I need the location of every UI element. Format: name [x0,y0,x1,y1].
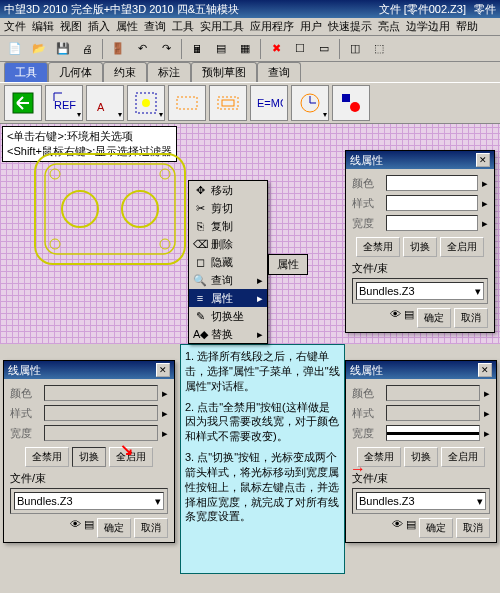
save-icon[interactable]: 💾 [52,38,74,60]
ref-icon[interactable]: REF▾ [45,85,83,121]
menu-tools[interactable]: 工具 [172,19,194,34]
ctx-toggle[interactable]: ✎切换坐 [189,307,267,325]
cancel-button[interactable]: 取消 [454,308,488,328]
close-icon[interactable]: ✕ [156,363,170,377]
delete-icon: ⌫ [193,238,207,251]
mode-title: 零件 [474,2,496,17]
ok-button[interactable]: 确定 [419,518,453,538]
tab-constraint[interactable]: 约束 [103,62,147,82]
toggle-button[interactable]: 切换 [403,237,437,257]
exit-icon[interactable]: 🚪 [107,38,129,60]
color-field[interactable] [386,175,478,191]
clock-icon[interactable]: ▾ [291,85,329,121]
rect2-icon[interactable] [209,85,247,121]
color-icon[interactable] [332,85,370,121]
style-field[interactable] [386,195,478,211]
menu-query[interactable]: 查询 [144,19,166,34]
tab-tools[interactable]: 工具 [4,62,48,82]
undo-icon[interactable]: ↶ [131,38,153,60]
ctx-cut[interactable]: ✂剪切 [189,199,267,217]
list-icon[interactable]: ▤ [84,518,94,538]
grid-icon[interactable]: ▦ [234,38,256,60]
arrow-annotation: → [350,460,366,478]
ctx-hide[interactable]: ◻隐藏 [189,253,267,271]
line-props-panel-2: 线属性✕ 颜色▸ 样式▸ 宽度▸ 全禁用 切换 全启用 文件/束 Bundles… [3,360,175,543]
menu-file[interactable]: 文件 [4,19,26,34]
menu-insert[interactable]: 插入 [88,19,110,34]
cancel-button[interactable]: 取消 [456,518,490,538]
ctx-query[interactable]: 🔍查询▸ [189,271,267,289]
close-icon[interactable]: ✕ [476,153,490,167]
tab-dim[interactable]: 标注 [147,62,191,82]
tab-sketch[interactable]: 预制草图 [191,62,257,82]
formula-icon[interactable]: E=MC² [250,85,288,121]
title-bar: 中望3D 2010 完全版+中望3D 2010 四&五轴模块 文件 [零件002… [0,0,500,18]
layers-icon[interactable]: ▤ [210,38,232,60]
menu-app[interactable]: 应用程序 [250,19,294,34]
menu-user[interactable]: 用户 [300,19,322,34]
eye-icon[interactable]: 👁 [392,518,403,538]
tab-geom[interactable]: 几何体 [48,62,103,82]
svg-rect-5 [177,97,197,109]
bundle-select[interactable]: Bundles.Z3▾ [14,492,164,510]
eye-icon[interactable]: 👁 [70,518,81,538]
menu-util[interactable]: 实用工具 [200,19,244,34]
exit-sketch-icon[interactable] [4,85,42,121]
toggle-button[interactable]: 切换 [404,447,438,467]
menu-props[interactable]: 属性 [116,19,138,34]
ctx-del[interactable]: ⌫删除 [189,235,267,253]
new-icon[interactable]: 📄 [4,38,26,60]
cancel-button[interactable]: 取消 [134,518,168,538]
text-icon[interactable]: A▾ [86,85,124,121]
list-icon[interactable]: ▤ [406,518,416,538]
svg-rect-10 [342,94,350,102]
disable-all-button[interactable]: 全禁用 [356,237,400,257]
submenu-props[interactable]: 属性 [268,254,308,275]
disable-all-button[interactable]: 全禁用 [25,447,69,467]
menu-view[interactable]: 视图 [60,19,82,34]
query-icon: 🔍 [193,274,207,287]
view1-icon[interactable]: ◫ [344,38,366,60]
ok-button[interactable]: 确定 [417,308,451,328]
panel-title: 线属性 [350,153,383,168]
bundle-select[interactable]: Bundles.Z3▾ [356,282,484,300]
cut-icon: ✂ [193,202,207,215]
toggle-button[interactable]: 切换 [72,447,106,467]
context-menu: ✥移动 ✂剪切 ⎘复制 ⌫删除 ◻隐藏 🔍查询▸ ≡属性▸ ✎切换坐 A◆替换▸ [188,180,268,344]
menu-tip[interactable]: 快速提示 [328,19,372,34]
menu-hl[interactable]: 亮点 [378,19,400,34]
enable-all-button[interactable]: 全启用 [441,447,485,467]
ctx-replace[interactable]: A◆替换▸ [189,325,267,343]
bundle-select[interactable]: Bundles.Z3▾ [356,492,486,510]
open-icon[interactable]: 📂 [28,38,50,60]
app-title: 中望3D 2010 完全版+中望3D 2010 四&五轴模块 [4,2,239,17]
svg-point-4 [142,99,150,107]
list-icon[interactable]: ▤ [404,308,414,328]
enable-all-button[interactable]: 全启用 [440,237,484,257]
menu-edit[interactable]: 编辑 [32,19,54,34]
box-icon[interactable]: ☐ [289,38,311,60]
menu-bar: 文件 编辑 视图 插入 属性 查询 工具 实用工具 应用程序 用户 快速提示 亮… [0,18,500,36]
move-icon: ✥ [193,184,207,197]
ctx-props[interactable]: ≡属性▸ [189,289,267,307]
menu-learn[interactable]: 边学边用 [406,19,450,34]
redo-icon[interactable]: ↷ [155,38,177,60]
rect1-icon[interactable] [168,85,206,121]
box2-icon[interactable]: ▭ [313,38,335,60]
print-icon[interactable]: 🖨 [76,38,98,60]
svg-text:A: A [97,101,105,113]
ok-button[interactable]: 确定 [97,518,131,538]
eye-icon[interactable]: 👁 [390,308,401,328]
ribbon-toolbar: REF▾ A▾ ▾ E=MC² ▾ [0,82,500,124]
calc-icon[interactable]: 🖩 [186,38,208,60]
close-icon[interactable]: ✕ [478,363,492,377]
svg-point-19 [160,239,170,249]
hatch-icon[interactable]: ▾ [127,85,165,121]
width-field[interactable] [386,215,478,231]
del-icon[interactable]: ✖ [265,38,287,60]
ctx-copy[interactable]: ⎘复制 [189,217,267,235]
menu-help[interactable]: 帮助 [456,19,478,34]
tab-query[interactable]: 查询 [257,62,301,82]
ctx-move[interactable]: ✥移动 [189,181,267,199]
view2-icon[interactable]: ⬚ [368,38,390,60]
